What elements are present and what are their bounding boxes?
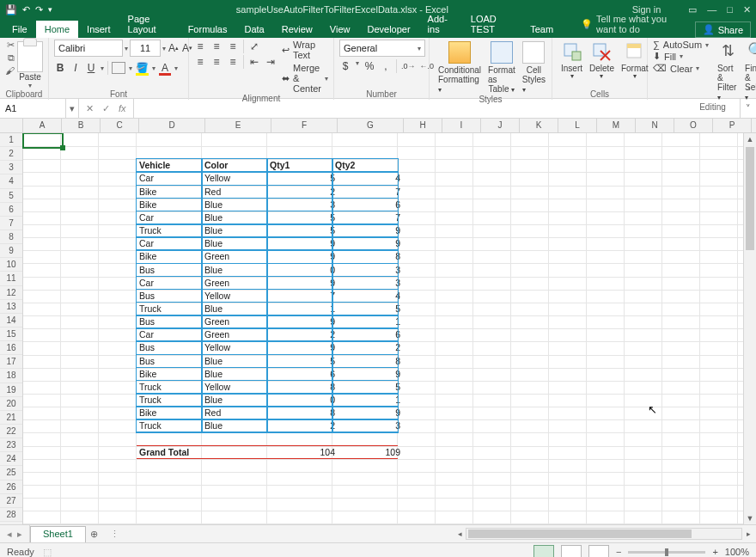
cell[interactable]: 3 bbox=[267, 199, 338, 211]
cell[interactable]: 7 bbox=[267, 290, 338, 303]
zoom-out-button[interactable]: − bbox=[616, 547, 621, 557]
cell[interactable]: Car bbox=[137, 328, 207, 341]
format-cells-button[interactable]: Format▾ bbox=[618, 40, 652, 81]
autosum-button[interactable]: ∑AutoSum▾ bbox=[653, 40, 709, 50]
tab-load-test[interactable]: LOAD TEST bbox=[462, 10, 521, 38]
row-header-17[interactable]: 17 bbox=[0, 355, 22, 369]
fill-color-button[interactable]: 🪣 bbox=[136, 61, 149, 75]
cell[interactable]: Bike bbox=[137, 368, 207, 381]
horizontal-scroll-thumb[interactable] bbox=[468, 529, 692, 538]
percent-format-icon[interactable]: % bbox=[363, 59, 375, 73]
tab-formulas[interactable]: Formulas bbox=[180, 21, 236, 38]
align-right-icon[interactable]: ≡ bbox=[227, 55, 239, 69]
row-header-27[interactable]: 27 bbox=[0, 494, 22, 508]
first-sheet-icon[interactable]: ◂ bbox=[7, 529, 12, 540]
cell[interactable]: 5 bbox=[267, 224, 338, 237]
conditional-formatting-button[interactable]: Conditional Formatting ▾ bbox=[435, 40, 485, 95]
select-all-corner[interactable] bbox=[0, 119, 23, 132]
cell[interactable]: 8 bbox=[332, 250, 403, 263]
clear-button[interactable]: ⌫Clear▾ bbox=[653, 63, 709, 74]
page-break-view-button[interactable] bbox=[588, 545, 609, 557]
row-header-5[interactable]: 5 bbox=[0, 189, 22, 203]
decrease-indent-icon[interactable]: ⇤ bbox=[248, 55, 260, 69]
cell[interactable]: Car bbox=[137, 237, 207, 250]
row-header-28[interactable]: 28 bbox=[0, 508, 22, 522]
column-header-h[interactable]: H bbox=[404, 119, 442, 132]
vertical-scrollbar[interactable]: ▲ ▼ bbox=[743, 133, 756, 524]
cell[interactable]: 3 bbox=[332, 419, 403, 432]
row-header-26[interactable]: 26 bbox=[0, 480, 22, 494]
cell[interactable]: Blue bbox=[202, 211, 272, 224]
row-header-22[interactable]: 22 bbox=[0, 425, 22, 438]
cell[interactable]: 104 bbox=[267, 446, 338, 459]
cell[interactable]: 9 bbox=[267, 277, 338, 290]
new-sheet-button[interactable]: ⊕ bbox=[86, 525, 103, 542]
cell[interactable]: 5 bbox=[267, 355, 338, 368]
sheet-tab-sheet1[interactable]: Sheet1 bbox=[30, 526, 86, 542]
cell[interactable]: 1 bbox=[267, 303, 338, 315]
row-header-9[interactable]: 9 bbox=[0, 244, 22, 258]
column-header-g[interactable]: G bbox=[338, 119, 404, 132]
cell[interactable]: 6 bbox=[267, 368, 338, 381]
cell[interactable]: 4 bbox=[332, 172, 403, 185]
row-header-12[interactable]: 12 bbox=[0, 286, 22, 300]
row-header-7[interactable]: 7 bbox=[0, 217, 22, 230]
cell[interactable]: 2 bbox=[267, 419, 338, 432]
tab-addins[interactable]: Add-ins bbox=[419, 10, 462, 38]
cell[interactable]: Red bbox=[202, 186, 272, 199]
tab-page-layout[interactable]: Page Layout bbox=[119, 10, 180, 38]
top-align-icon[interactable]: ≡ bbox=[194, 40, 206, 53]
tab-file[interactable]: File bbox=[3, 21, 36, 38]
share-button[interactable]: 👤 Share bbox=[695, 21, 751, 38]
cell[interactable]: Truck bbox=[137, 303, 207, 315]
cut-icon[interactable]: ✂ bbox=[7, 40, 15, 51]
orientation-icon[interactable]: ⤢ bbox=[248, 40, 260, 53]
number-format-selector[interactable]: General▾ bbox=[339, 40, 425, 57]
cancel-formula-icon[interactable]: ✕ bbox=[86, 103, 94, 114]
delete-cells-button[interactable]: Delete▾ bbox=[586, 40, 618, 81]
tab-review[interactable]: Review bbox=[273, 21, 321, 38]
cell[interactable]: Blue bbox=[202, 224, 272, 237]
cell[interactable]: 109 bbox=[332, 446, 403, 459]
cell[interactable]: 5 bbox=[267, 211, 338, 224]
zoom-level[interactable]: 100% bbox=[725, 547, 749, 557]
cell[interactable]: Bus bbox=[137, 355, 207, 368]
tab-insert[interactable]: Insert bbox=[78, 21, 119, 38]
row-header-19[interactable]: 19 bbox=[0, 383, 22, 397]
cell[interactable]: Bike bbox=[137, 407, 207, 419]
column-header-b[interactable]: B bbox=[62, 119, 101, 132]
cell[interactable]: 9 bbox=[267, 250, 338, 263]
cell[interactable]: Truck bbox=[137, 394, 207, 407]
cells-area[interactable]: VehicleColorQty1Qty2CarYellow54BikeRed27… bbox=[23, 133, 756, 524]
cell[interactable]: Bus bbox=[137, 315, 207, 328]
cell[interactable]: Truck bbox=[137, 224, 207, 237]
zoom-in-button[interactable]: + bbox=[712, 547, 717, 557]
cell[interactable]: Vehicle bbox=[137, 159, 207, 172]
enter-formula-icon[interactable]: ✓ bbox=[102, 103, 110, 114]
cell[interactable]: Car bbox=[137, 172, 207, 185]
cell[interactable]: 5 bbox=[332, 381, 403, 394]
row-header-6[interactable]: 6 bbox=[0, 203, 22, 217]
insert-cells-button[interactable]: Insert▾ bbox=[558, 40, 586, 81]
column-header-n[interactable]: N bbox=[636, 119, 674, 132]
sort-filter-button[interactable]: ⇅ Sort & Filter ▾ bbox=[714, 40, 741, 102]
column-header-j[interactable]: J bbox=[481, 119, 520, 132]
bold-button[interactable]: B bbox=[54, 61, 66, 75]
paste-button[interactable]: Paste ▾ bbox=[17, 40, 43, 89]
cell[interactable]: 0 bbox=[267, 394, 338, 407]
column-header-l[interactable]: L bbox=[558, 119, 597, 132]
cell[interactable]: 5 bbox=[332, 303, 403, 315]
middle-align-icon[interactable]: ≡ bbox=[210, 40, 223, 53]
collapse-ribbon-icon[interactable]: ˄ bbox=[747, 87, 751, 96]
column-header-i[interactable]: I bbox=[442, 119, 481, 132]
cell[interactable]: 6 bbox=[332, 328, 403, 341]
row-header-20[interactable]: 20 bbox=[0, 397, 22, 411]
cell[interactable]: 3 bbox=[332, 264, 403, 277]
column-header-d[interactable]: D bbox=[139, 119, 205, 132]
merge-center-button[interactable]: ⬌Merge & Center▾ bbox=[282, 63, 328, 94]
cell[interactable]: Blue bbox=[202, 199, 272, 211]
increase-decimal-icon[interactable]: .0→ bbox=[401, 59, 416, 73]
cell[interactable]: 4 bbox=[332, 290, 403, 303]
row-header-10[interactable]: 10 bbox=[0, 258, 22, 272]
row-header-4[interactable]: 4 bbox=[0, 174, 22, 188]
